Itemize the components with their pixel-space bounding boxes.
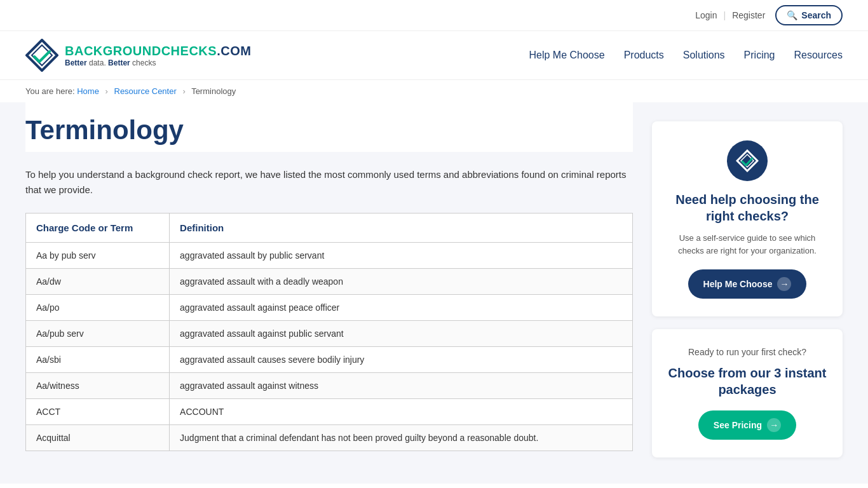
- breadcrumb-sep2: ›: [182, 86, 185, 96]
- nav-resources[interactable]: Resources: [794, 50, 843, 61]
- badge-icon: [736, 149, 759, 172]
- card2-title: Choose from our 3 instant packages: [667, 365, 827, 398]
- definition-cell: aggravated assault by public servant: [170, 243, 633, 269]
- card1-desc: Use a self-service guide to see which ch…: [667, 232, 827, 257]
- logo-tagline: Better data. Better checks: [65, 58, 251, 67]
- search-button[interactable]: 🔍 Search: [775, 5, 843, 25]
- arrow-right-icon2: →: [767, 418, 781, 432]
- help-me-choose-button[interactable]: Help Me Choose →: [688, 269, 807, 299]
- term-cell: ACCT: [26, 399, 170, 425]
- logo-checks: CHECKS: [161, 44, 217, 58]
- content-area: Terminology To help you understand a bac…: [25, 121, 633, 464]
- table-row: Aa by pub servaggravated assault by publ…: [26, 243, 633, 269]
- term-cell: Acquittal: [26, 425, 170, 451]
- separator: |: [724, 10, 726, 20]
- definition-cell: aggravated assault causes severe bodily …: [170, 347, 633, 373]
- col-definition: Definition: [170, 214, 633, 243]
- term-cell: Aa/po: [26, 295, 170, 321]
- breadcrumb-sep1: ›: [105, 86, 108, 96]
- register-link[interactable]: Register: [732, 10, 765, 20]
- term-cell: Aa/dw: [26, 269, 170, 295]
- definition-cell: aggravated assault against public servan…: [170, 321, 633, 347]
- card2-subtitle: Ready to run your first check?: [667, 347, 827, 357]
- nav-products[interactable]: Products: [624, 50, 664, 61]
- sidebar-card-help: Need help choosing the right checks? Use…: [652, 121, 843, 316]
- logo-badge: [727, 140, 768, 181]
- svg-marker-2: [737, 151, 757, 171]
- nav-help-me-choose[interactable]: Help Me Choose: [529, 50, 604, 61]
- logo-icon: [25, 39, 58, 72]
- sidebar: Need help choosing the right checks? Use…: [652, 121, 843, 464]
- definition-cell: aggravated assault against witness: [170, 373, 633, 399]
- nav-solutions[interactable]: Solutions: [683, 50, 725, 61]
- table-row: ACCTACCOUNT: [26, 399, 633, 425]
- breadcrumb: You are here: Home › Resource Center › T…: [0, 80, 868, 102]
- table-row: Aa/poaggravated assault against peace of…: [26, 295, 633, 321]
- page-title: Terminology: [25, 102, 633, 152]
- table-row: AcquittalJudgment that a criminal defend…: [26, 425, 633, 451]
- breadcrumb-resource-center[interactable]: Resource Center: [114, 86, 177, 96]
- login-link[interactable]: Login: [695, 10, 717, 20]
- main-nav: BACKGROUNDCHECKS.COM Better data. Better…: [0, 31, 868, 80]
- col-charge-code: Charge Code or Term: [26, 214, 170, 243]
- intro-text: To help you understand a background chec…: [25, 167, 633, 198]
- help-me-choose-label: Help Me Choose: [703, 279, 773, 289]
- table-row: Aa/pub servaggravated assault against pu…: [26, 321, 633, 347]
- term-cell: Aa/sbi: [26, 347, 170, 373]
- breadcrumb-prefix: You are here:: [25, 86, 75, 96]
- definition-cell: aggravated assault against peace officer: [170, 295, 633, 321]
- logo-text: BACKGROUNDCHECKS.COM Better data. Better…: [65, 44, 251, 67]
- nav-links: Help Me Choose Products Solutions Pricin…: [529, 50, 843, 61]
- logo-tld: .COM: [217, 44, 251, 58]
- table-row: Aa/sbiaggravated assault causes severe b…: [26, 347, 633, 373]
- breadcrumb-current: Terminology: [191, 86, 236, 96]
- table-header-row: Charge Code or Term Definition: [26, 214, 633, 243]
- search-label: Search: [801, 10, 831, 20]
- table-row: Aa/dwaggravated assault with a deadly we…: [26, 269, 633, 295]
- breadcrumb-home[interactable]: Home: [77, 86, 99, 96]
- logo-name: BACKGROUNDCHECKS.COM: [65, 44, 251, 58]
- main-layout: Terminology To help you understand a bac…: [0, 102, 868, 484]
- logo-brand: BACKGROUND: [65, 44, 161, 58]
- arrow-right-icon: →: [777, 277, 791, 291]
- see-pricing-label: See Pricing: [714, 420, 762, 430]
- top-bar: Login | Register 🔍 Search: [0, 0, 868, 31]
- search-icon: 🔍: [787, 10, 797, 20]
- definition-cell: aggravated assault with a deadly weapon: [170, 269, 633, 295]
- nav-pricing[interactable]: Pricing: [744, 50, 775, 61]
- definition-cell: Judgment that a criminal defendant has n…: [170, 425, 633, 451]
- terminology-table: Charge Code or Term Definition Aa by pub…: [25, 213, 633, 451]
- logo: BACKGROUNDCHECKS.COM Better data. Better…: [25, 39, 251, 72]
- definition-cell: ACCOUNT: [170, 399, 633, 425]
- term-cell: Aa/pub serv: [26, 321, 170, 347]
- table-row: Aa/witnessaggravated assault against wit…: [26, 373, 633, 399]
- see-pricing-button[interactable]: See Pricing →: [698, 410, 796, 440]
- sidebar-card-pricing: Ready to run your first check? Choose fr…: [652, 329, 843, 458]
- term-cell: Aa/witness: [26, 373, 170, 399]
- card1-title: Need help choosing the right checks?: [667, 191, 827, 224]
- term-cell: Aa by pub serv: [26, 243, 170, 269]
